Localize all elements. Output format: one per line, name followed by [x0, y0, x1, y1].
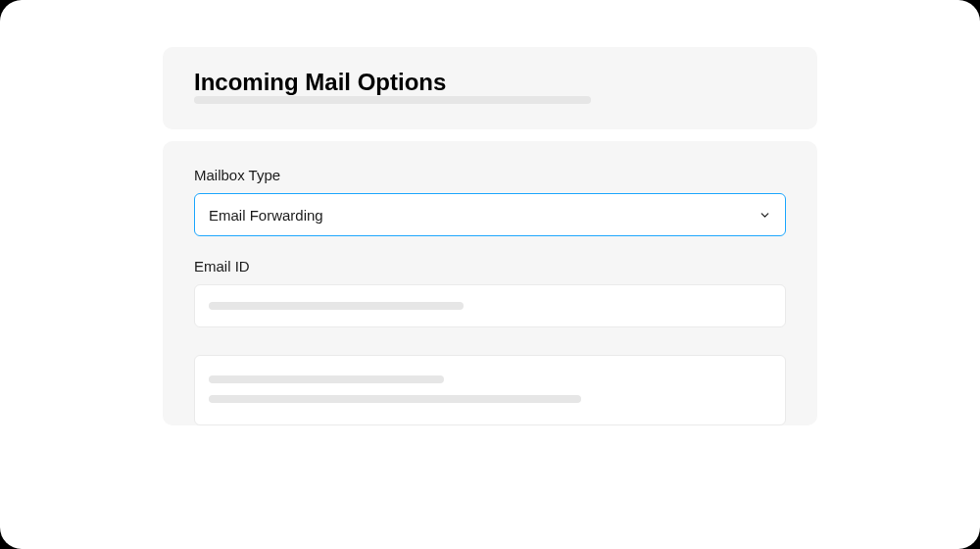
email-id-input[interactable] [194, 284, 786, 327]
section-body: Mailbox Type Email Forwarding Email ID [163, 141, 817, 425]
section-title: Incoming Mail Options [194, 69, 786, 96]
field-mailbox-type: Mailbox Type Email Forwarding [194, 167, 786, 236]
subtitle-placeholder [194, 96, 591, 104]
email-id-placeholder [209, 302, 464, 310]
chevron-down-icon [758, 208, 771, 222]
mailbox-type-select[interactable]: Email Forwarding [194, 193, 786, 236]
mailbox-type-label: Mailbox Type [194, 167, 786, 183]
email-id-label: Email ID [194, 258, 786, 274]
info-panel [194, 355, 786, 425]
field-email-id: Email ID [194, 258, 786, 327]
settings-card: Incoming Mail Options Mailbox Type Email… [0, 0, 980, 549]
info-line-2 [209, 395, 581, 403]
info-line-1 [209, 375, 444, 383]
section-header: Incoming Mail Options [163, 47, 817, 129]
mailbox-type-value: Email Forwarding [209, 207, 323, 224]
